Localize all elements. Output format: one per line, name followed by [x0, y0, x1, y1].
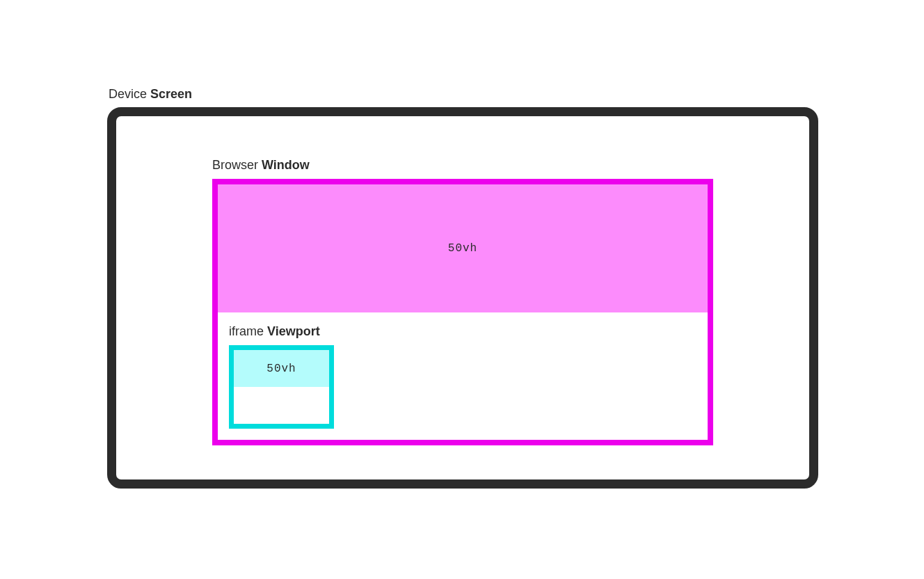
window-label-prefix: Browser: [212, 158, 262, 172]
window-top-half: 50vh: [218, 184, 708, 312]
window-label-bold: Window: [262, 158, 310, 172]
window-label: Browser Window: [212, 158, 310, 173]
window-vh-label: 50vh: [448, 242, 477, 255]
screen-label-prefix: Device: [109, 87, 150, 101]
iframe-vh-label: 50vh: [266, 363, 296, 375]
iframe-viewport-box: 50vh: [229, 345, 334, 429]
screen-label-bold: Screen: [150, 87, 192, 101]
browser-window-box: 50vh iframe Viewport 50vh: [212, 179, 713, 445]
screen-label: Device Screen: [109, 87, 818, 102]
diagram-container: Device Screen Browser Window 50vh iframe…: [107, 87, 818, 489]
device-screen-box: Browser Window 50vh iframe Viewport 50vh: [107, 107, 818, 489]
iframe-label-bold: Viewport: [267, 324, 320, 338]
iframe-label: iframe Viewport: [229, 324, 320, 339]
iframe-top-half: 50vh: [234, 350, 329, 387]
iframe-label-prefix: iframe: [229, 324, 267, 338]
